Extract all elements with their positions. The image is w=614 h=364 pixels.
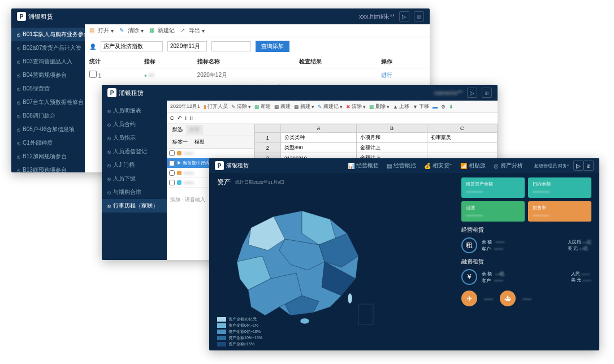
sidebar-item-1[interactable]: ⎋B02a07发货产品计入资 — [11, 41, 85, 55]
sidebar-item-3[interactable]: ⎋人员通信登记 — [102, 145, 167, 158]
sidebar-item-4[interactable]: ⎋人J 门档 — [102, 158, 167, 172]
row-checkbox[interactable] — [89, 71, 97, 78]
signal-icon: 📶 — [460, 163, 467, 169]
clear-button[interactable]: ✎清除 ▾ — [119, 27, 144, 34]
toolbar: 2020年12月1 ▮打开人员 ✎清除▾ ▦新建 ▦新建 ▦新建▾ ✎新建记▾ … — [167, 101, 498, 113]
sidebar-item-6[interactable]: ⎋与期购合谱 — [102, 185, 167, 199]
sub-1[interactable]: I — [185, 115, 187, 121]
report-icon: ⎋ — [17, 140, 20, 146]
sidebar-item-10[interactable]: ⎋B13线预购项参台 — [11, 163, 85, 172]
tb-btn-1[interactable]: ✎清除▾ — [231, 103, 251, 110]
report-icon: ⎋ — [17, 154, 20, 160]
nav-tab-2[interactable]: 💰相安贷⁺ — [424, 162, 452, 170]
sheet-row[interactable]: 2类型890金额计上 — [255, 143, 498, 153]
category-input[interactable] — [101, 41, 163, 51]
new-button[interactable]: ▦新建记 — [149, 27, 175, 34]
open-button[interactable]: ▤打开 ▾ — [89, 27, 114, 34]
sub-2[interactable]: II — [190, 115, 193, 121]
china-map[interactable] — [217, 194, 375, 330]
logo-icon: P — [215, 161, 224, 170]
sidebar-item-3[interactable]: ⎋B04营商规项参台 — [11, 68, 85, 82]
edit-icon: ✎ — [318, 104, 322, 110]
sidebar-item-0[interactable]: ⎋人员明细表 — [102, 104, 167, 118]
arrow-icon[interactable]: ↶ — [178, 115, 182, 121]
tb-btn-3[interactable]: ▦新建 — [274, 103, 291, 110]
new-icon: ▦ — [274, 104, 279, 110]
money-icon: 💰 — [424, 163, 431, 169]
lp-tab-3[interactable]: 模型 — [191, 137, 208, 147]
sidebar-item-0[interactable]: ⎋B01车队人与购布业务参台 — [11, 28, 85, 41]
doc-icon: ⎋ — [107, 108, 111, 114]
sidebar-item-1[interactable]: ⎋人员合约 — [102, 118, 167, 131]
screen-icon[interactable]: ⎚ — [414, 11, 424, 21]
export-button[interactable]: ↗导出 ▾ — [180, 27, 205, 34]
sidebar-item-8[interactable]: ⎋C1外部种质 — [11, 136, 85, 150]
screen-icon[interactable]: ⎚ — [482, 88, 492, 98]
tb-btn-8[interactable]: ▲上移 — [393, 103, 409, 110]
item-checkbox[interactable] — [169, 180, 175, 185]
play-icon[interactable]: ▷ — [467, 88, 477, 98]
tb-btn-9[interactable]: ▼下移 — [413, 103, 429, 110]
sub-c[interactable]: C — [170, 115, 174, 121]
tb-btn-10[interactable]: ▬ — [433, 103, 438, 110]
clear-icon: ✎ — [231, 104, 236, 110]
screen-icon[interactable]: ⎚ — [583, 161, 594, 171]
stat-card-3[interactable]: 损售率——— — [528, 201, 591, 222]
tb-btn-7[interactable]: ▦删除▾ — [369, 103, 390, 110]
col-C[interactable]: C — [427, 124, 497, 133]
item-checkbox[interactable] — [169, 170, 175, 176]
ship-icon[interactable]: ⛴ — [500, 291, 516, 306]
tb-btn-4[interactable]: ▦新建▾ — [294, 103, 314, 110]
target-icon: ◎ — [494, 163, 499, 169]
col-A[interactable]: A — [280, 124, 357, 133]
lp-item[interactable]: xxxx — [167, 149, 254, 158]
doc-icon: ⎋ — [107, 149, 111, 155]
logo-icon: P — [17, 12, 26, 21]
stat-card-2[interactable]: 追缴——— — [461, 201, 525, 222]
brand-logo: P 浦银租赁 — [17, 12, 53, 21]
tb-btn-0[interactable]: ▮打开人员 — [204, 103, 228, 110]
tb-btn-12[interactable]: ⬇ — [449, 103, 453, 110]
lp-tab-2[interactable]: 标签一 — [169, 137, 191, 147]
col-B[interactable]: B — [357, 124, 427, 133]
lp-tab-0[interactable]: 默选 — [169, 125, 186, 135]
legend-item: 资产金额0亿~1% — [217, 323, 262, 328]
item-checkbox[interactable] — [169, 150, 175, 156]
date-to-input[interactable] — [211, 41, 251, 51]
tb-btn-5[interactable]: ✎新建记▾ — [318, 103, 343, 110]
sidebar-item-7[interactable]: ⎋B05户-06合加信息项 — [11, 123, 85, 136]
nav-tab-3[interactable]: 📶相贴源 — [460, 162, 486, 170]
nav-tab-0[interactable]: 📊经营概括 — [348, 162, 379, 170]
play-icon[interactable]: ▷ — [399, 11, 409, 21]
play-icon[interactable]: ▷ — [573, 161, 583, 171]
nav-tab-4[interactable]: ◎资产分析 — [494, 162, 523, 170]
stat-card-1[interactable]: 日内余额——— — [528, 177, 591, 198]
sidebar-item-4[interactable]: ⎋B05绿营营 — [11, 82, 85, 96]
item-checkbox[interactable] — [169, 161, 175, 166]
lp-tab-1[interactable]: 标签 — [186, 125, 203, 135]
tb-btn-6[interactable]: ✖清除▾ — [346, 103, 366, 110]
tb-btn-11[interactable]: ⚙ — [441, 103, 446, 110]
report-icon: ⎋ — [17, 86, 20, 92]
sidebar-item-7[interactable]: ⎋行事历程（家联） — [102, 199, 167, 213]
page-title: 资产 统计日期2020年11月9日 — [217, 177, 456, 187]
tb-btn-2[interactable]: ▦新建 — [254, 103, 271, 110]
stat-card-0[interactable]: 租赁资产余额——— — [461, 177, 525, 198]
action-link[interactable]: 进行 — [377, 68, 430, 82]
sidebar: ⎋B01车队人与购布业务参台 ⎋B02a07发货产品计入资 ⎋B03查询替援品入… — [11, 24, 85, 172]
col-index: 统计 — [85, 55, 140, 68]
sheet-row[interactable]: 1分类类种小项月和初审案类 — [255, 133, 498, 143]
sidebar-item-5[interactable]: ⎋B07台车人预数据检修台 — [11, 96, 85, 109]
legend-item: 资产金额0亿~10% — [217, 329, 262, 335]
nav-tab-1[interactable]: ▤经营概括 — [387, 162, 416, 170]
date-from-input[interactable] — [167, 41, 207, 51]
sidebar-item-5[interactable]: ⎋人员下级 — [102, 172, 167, 185]
search-button[interactable]: 查询添加 — [256, 41, 289, 52]
sidebar-item-6[interactable]: ⎋B08调门款台 — [11, 109, 85, 123]
results-table: 统计 指标 指标名称 检查结果 操作 1 ● xx 2020年12月 进行 — [85, 55, 430, 81]
table-row[interactable]: 1 ● xx 2020年12月 进行 — [85, 68, 430, 82]
sidebar-item-2[interactable]: ⎋B03查询替援品入入 — [11, 55, 85, 68]
sidebar-item-2[interactable]: ⎋人员指示 — [102, 131, 167, 145]
sidebar-item-9[interactable]: ⎋B12加网规项参台 — [11, 150, 85, 163]
plane-icon[interactable]: ✈ — [461, 291, 477, 306]
